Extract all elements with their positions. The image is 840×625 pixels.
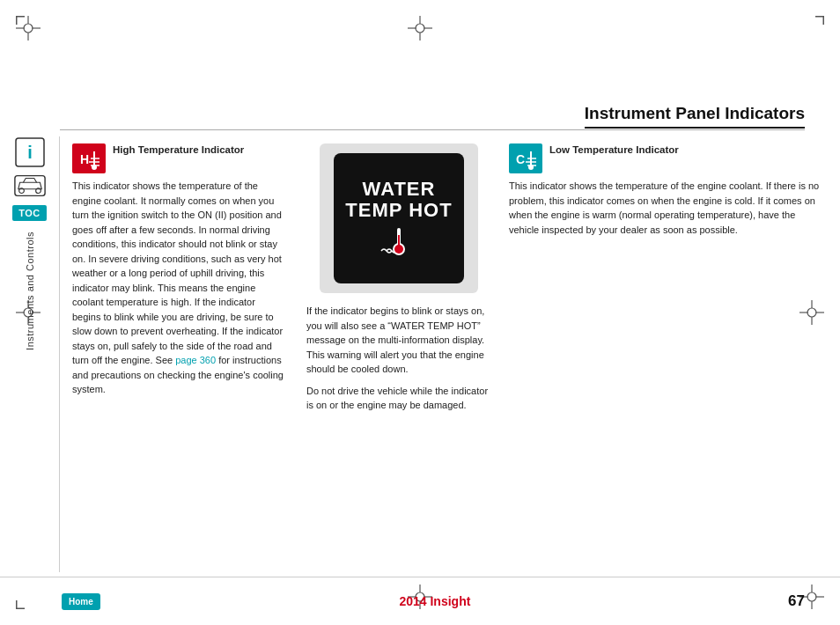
footer-title: 2014 Insight bbox=[100, 594, 770, 608]
low-temp-icon: C bbox=[513, 146, 538, 171]
middle-body-text2: Do not drive the vehicle while the indic… bbox=[306, 384, 491, 413]
svg-point-50 bbox=[394, 245, 403, 254]
svg-rect-46 bbox=[93, 151, 95, 165]
corner-mark-tr bbox=[799, 16, 824, 40]
corner-mark-tl bbox=[16, 16, 41, 40]
svg-rect-6 bbox=[16, 16, 18, 25]
sidebar: i TOC Instruments and Controls bbox=[0, 136, 60, 572]
high-temp-body: This indicator shows the temperature of … bbox=[72, 179, 285, 397]
page-title: Instrument Panel Indicators bbox=[585, 104, 805, 129]
svg-point-1 bbox=[24, 24, 33, 33]
svg-rect-56 bbox=[530, 151, 532, 165]
high-temp-icon-box: H bbox=[72, 143, 106, 173]
low-temp-title: Low Temperature Indicator bbox=[549, 143, 679, 157]
svg-text:C: C bbox=[516, 152, 525, 166]
page-360-link[interactable]: page 360 bbox=[175, 355, 216, 365]
low-temp-body: This indicator shows the temperature of … bbox=[509, 179, 828, 237]
water-temp-text-line2: TEMP HOT bbox=[345, 200, 452, 221]
low-temp-icon-box: C bbox=[509, 143, 542, 173]
water-temp-icon-svg bbox=[379, 226, 418, 258]
info-icon: i bbox=[14, 136, 46, 168]
low-temp-header: C Low Temperature Indicator bbox=[509, 143, 828, 173]
svg-text:H: H bbox=[80, 152, 89, 166]
high-temp-icon: H bbox=[77, 146, 101, 171]
svg-point-17 bbox=[416, 24, 424, 33]
page-number: 67 bbox=[770, 592, 805, 610]
high-temp-title: High Temperature Indicator bbox=[113, 143, 244, 157]
car-icon bbox=[13, 173, 47, 198]
high-temp-header: H High Temperature Indicator bbox=[72, 143, 285, 173]
sidebar-section-label: Instruments and Controls bbox=[25, 232, 35, 350]
col-middle: WATER TEMP HOT If the indicator begins t… bbox=[298, 136, 500, 577]
water-temp-text-line1: WATER bbox=[363, 179, 436, 200]
water-temp-inner: WATER TEMP HOT bbox=[334, 153, 464, 283]
water-temp-image: WATER TEMP HOT bbox=[320, 143, 478, 293]
svg-text:i: i bbox=[27, 143, 33, 162]
col-right: C Low Temperature Indicator This indicat… bbox=[500, 136, 840, 577]
toc-button[interactable]: TOC bbox=[12, 205, 47, 221]
middle-body-text1: If the indicator begins to blink or stay… bbox=[306, 304, 491, 377]
col-left: H High Temperature Indicator This indica… bbox=[60, 136, 298, 577]
title-divider bbox=[60, 129, 805, 130]
svg-rect-8 bbox=[823, 16, 825, 25]
home-button[interactable]: Home bbox=[62, 593, 100, 610]
crosshair-top bbox=[408, 16, 432, 40]
main-content: H High Temperature Indicator This indica… bbox=[60, 136, 840, 577]
footer: Home 2014 Insight 67 bbox=[0, 577, 840, 625]
